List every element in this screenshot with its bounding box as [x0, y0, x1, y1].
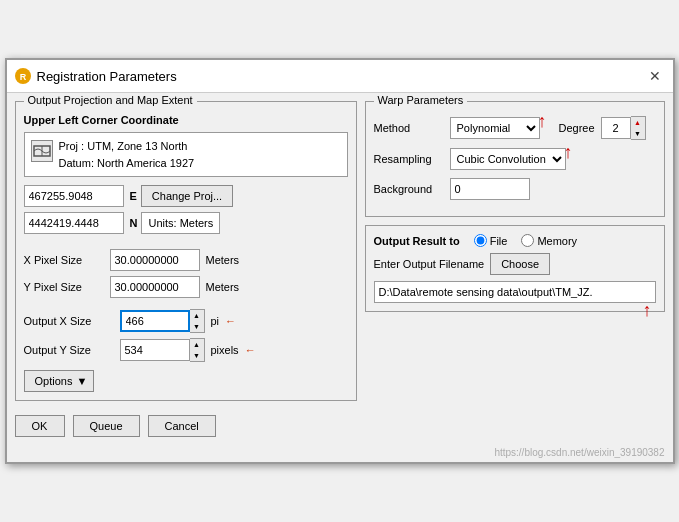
- proj-info: Proj : UTM, Zone 13 North Datum: North A…: [59, 138, 195, 171]
- output-x-label: Output X Size: [24, 315, 114, 327]
- output-x-up[interactable]: ▲: [190, 310, 204, 321]
- resampling-select-wrapper: Cubic Convolution Nearest Neighbor Bilin…: [450, 148, 573, 170]
- memory-radio[interactable]: [521, 234, 534, 247]
- output-y-down[interactable]: ▼: [190, 350, 204, 361]
- output-y-row: Output Y Size ▲ ▼ pixels ←: [24, 338, 348, 362]
- proj-line2: Datum: North America 1927: [59, 155, 195, 172]
- dialog-icon: R: [15, 68, 31, 84]
- section-title: Upper Left Corner Coordinate: [24, 114, 348, 126]
- y-pixel-suffix: Meters: [206, 281, 240, 293]
- degree-spinner: ▲ ▼: [601, 116, 646, 140]
- method-select[interactable]: Polynomial Triangulation RST: [450, 117, 540, 139]
- memory-radio-option[interactable]: Memory: [521, 234, 577, 247]
- output-y-input[interactable]: [120, 339, 190, 361]
- background-row: Background: [374, 178, 656, 200]
- degree-label: Degree: [559, 122, 595, 134]
- warp-content: Method Polynomial Triangulation RST ↑ De…: [374, 110, 656, 200]
- degree-up[interactable]: ▲: [631, 117, 645, 128]
- left-panel: Output Projection and Map Extent Upper L…: [15, 101, 357, 401]
- output-panel: Output Result to File Memory Enter Outpu…: [365, 225, 665, 312]
- coord-e-label: E: [130, 190, 137, 202]
- cancel-button[interactable]: Cancel: [148, 415, 216, 437]
- output-y-arrow: ←: [245, 344, 256, 356]
- y-pixel-label: Y Pixel Size: [24, 281, 104, 293]
- output-x-spinner: ▲ ▼: [120, 309, 205, 333]
- projection-box: Proj : UTM, Zone 13 North Datum: North A…: [24, 132, 348, 177]
- output-y-label: Output Y Size: [24, 344, 114, 356]
- warp-panel-label: Warp Parameters: [374, 94, 468, 106]
- options-arrow-icon: ▼: [76, 375, 87, 387]
- degree-down[interactable]: ▼: [631, 128, 645, 139]
- x-pixel-label: X Pixel Size: [24, 254, 104, 266]
- output-x-down[interactable]: ▼: [190, 321, 204, 332]
- svg-text:R: R: [19, 72, 26, 82]
- output-x-row: Output X Size ▲ ▼ pi ←: [24, 309, 348, 333]
- output-x-spinner-btns: ▲ ▼: [190, 309, 205, 333]
- coord-n-input[interactable]: [24, 212, 124, 234]
- output-y-up[interactable]: ▲: [190, 339, 204, 350]
- dialog-body: Output Projection and Map Extent Upper L…: [7, 93, 673, 409]
- output-result-label: Output Result to: [374, 235, 460, 247]
- proj-icon: [31, 140, 53, 162]
- title-bar-left: R Registration Parameters: [15, 68, 177, 84]
- warp-panel: Warp Parameters Method Polynomial Triang…: [365, 101, 665, 217]
- queue-button[interactable]: Queue: [73, 415, 140, 437]
- output-result-row: Output Result to File Memory: [374, 234, 656, 247]
- title-bar: R Registration Parameters ✕: [7, 60, 673, 93]
- choose-button[interactable]: Choose: [490, 253, 550, 275]
- resampling-row: Resampling Cubic Convolution Nearest Nei…: [374, 148, 656, 170]
- filepath-red-arrow: ↑: [643, 300, 652, 321]
- dialog-footer: OK Queue Cancel: [7, 409, 673, 445]
- proj-line1: Proj : UTM, Zone 13 North: [59, 138, 195, 155]
- right-panel: Warp Parameters Method Polynomial Triang…: [365, 101, 665, 401]
- background-input[interactable]: [450, 178, 530, 200]
- resampling-red-arrow: ↑: [564, 142, 573, 163]
- output-y-spinner: ▲ ▼: [120, 338, 205, 362]
- resampling-select[interactable]: Cubic Convolution Nearest Neighbor Bilin…: [450, 148, 566, 170]
- output-y-spinner-btns: ▲ ▼: [190, 338, 205, 362]
- x-pixel-row: X Pixel Size Meters: [24, 249, 348, 271]
- file-option-label: File: [490, 235, 508, 247]
- file-radio[interactable]: [474, 234, 487, 247]
- output-x-input[interactable]: [120, 310, 190, 332]
- output-y-suffix: pixels: [211, 344, 239, 356]
- registration-dialog: R Registration Parameters ✕ Output Proje…: [5, 58, 675, 464]
- file-radio-option[interactable]: File: [474, 234, 508, 247]
- output-x-arrow: ←: [225, 315, 236, 327]
- options-area: Options ▼: [24, 370, 348, 392]
- left-panel-label: Output Projection and Map Extent: [24, 94, 197, 106]
- method-label: Method: [374, 122, 444, 134]
- degree-spinner-btns: ▲ ▼: [631, 116, 646, 140]
- filename-label: Enter Output Filename: [374, 258, 485, 270]
- coord-e-row: E Change Proj...: [24, 185, 348, 207]
- coord-n-label: N: [130, 217, 138, 229]
- coord-e-input[interactable]: [24, 185, 124, 207]
- options-button[interactable]: Options ▼: [24, 370, 95, 392]
- y-pixel-row: Y Pixel Size Meters: [24, 276, 348, 298]
- x-pixel-input[interactable]: [110, 249, 200, 271]
- ok-button[interactable]: OK: [15, 415, 65, 437]
- units-label: Units: Meters: [141, 212, 220, 234]
- watermark: https://blog.csdn.net/weixin_39190382: [7, 445, 673, 462]
- filepath-container: ↑: [374, 281, 656, 303]
- close-button[interactable]: ✕: [645, 66, 665, 86]
- memory-option-label: Memory: [537, 235, 577, 247]
- options-label: Options: [35, 375, 73, 387]
- change-proj-button[interactable]: Change Proj...: [141, 185, 233, 207]
- y-pixel-input[interactable]: [110, 276, 200, 298]
- filename-row: Enter Output Filename Choose: [374, 253, 656, 275]
- coord-n-row: N Units: Meters: [24, 212, 348, 234]
- resampling-label: Resampling: [374, 153, 444, 165]
- degree-input[interactable]: [601, 117, 631, 139]
- background-label: Background: [374, 183, 444, 195]
- method-row: Method Polynomial Triangulation RST ↑ De…: [374, 116, 656, 140]
- method-red-arrow: ↑: [538, 111, 547, 132]
- method-select-wrapper: Polynomial Triangulation RST ↑: [450, 117, 547, 139]
- output-x-suffix: pi: [211, 315, 220, 327]
- filepath-input[interactable]: [374, 281, 656, 303]
- dialog-title: Registration Parameters: [37, 69, 177, 84]
- x-pixel-suffix: Meters: [206, 254, 240, 266]
